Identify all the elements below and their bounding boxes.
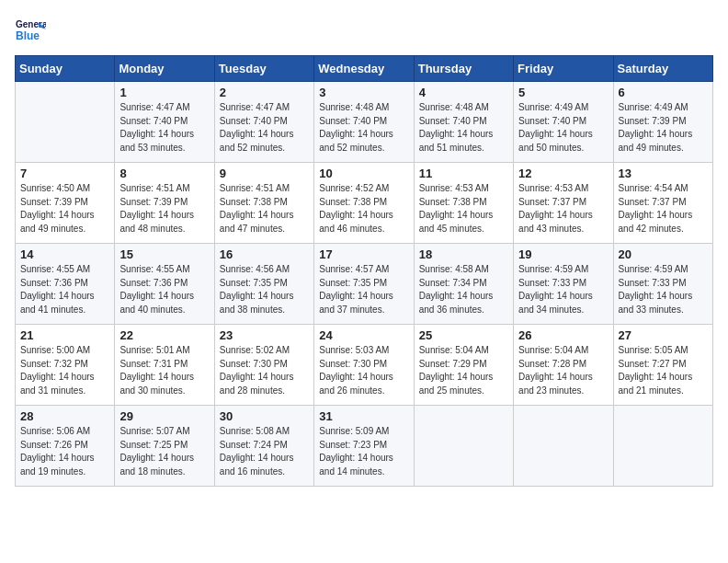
calendar-cell bbox=[514, 406, 613, 487]
calendar-cell bbox=[16, 82, 115, 163]
day-number: 20 bbox=[619, 247, 708, 261]
day-info: Sunrise: 5:09 AM Sunset: 7:23 PM Dayligh… bbox=[319, 425, 408, 478]
day-info: Sunrise: 4:57 AM Sunset: 7:35 PM Dayligh… bbox=[319, 263, 408, 316]
day-info: Sunrise: 4:58 AM Sunset: 7:34 PM Dayligh… bbox=[419, 263, 508, 316]
calendar-cell: 20Sunrise: 4:59 AM Sunset: 7:33 PM Dayli… bbox=[613, 244, 712, 325]
calendar-cell: 13Sunrise: 4:54 AM Sunset: 7:37 PM Dayli… bbox=[613, 163, 712, 244]
day-info: Sunrise: 4:51 AM Sunset: 7:38 PM Dayligh… bbox=[220, 182, 309, 236]
day-info: Sunrise: 4:59 AM Sunset: 7:33 PM Dayligh… bbox=[619, 263, 708, 316]
calendar-cell: 18Sunrise: 4:58 AM Sunset: 7:34 PM Dayli… bbox=[414, 244, 513, 325]
day-info: Sunrise: 4:50 AM Sunset: 7:39 PM Dayligh… bbox=[20, 182, 109, 236]
calendar-cell: 7Sunrise: 4:50 AM Sunset: 7:39 PM Daylig… bbox=[16, 163, 115, 244]
weekday-header-friday: Friday bbox=[514, 56, 613, 82]
day-info: Sunrise: 5:04 AM Sunset: 7:29 PM Dayligh… bbox=[419, 344, 508, 397]
day-info: Sunrise: 5:00 AM Sunset: 7:32 PM Dayligh… bbox=[20, 344, 109, 397]
calendar-cell: 17Sunrise: 4:57 AM Sunset: 7:35 PM Dayli… bbox=[314, 244, 414, 325]
calendar-cell: 26Sunrise: 5:04 AM Sunset: 7:28 PM Dayli… bbox=[514, 325, 613, 406]
day-number: 24 bbox=[319, 328, 408, 342]
day-number: 10 bbox=[319, 167, 408, 180]
day-info: Sunrise: 4:52 AM Sunset: 7:38 PM Dayligh… bbox=[319, 182, 408, 236]
weekday-header-saturday: Saturday bbox=[613, 56, 712, 82]
weekday-header-sunday: Sunday bbox=[16, 56, 115, 82]
calendar-cell: 22Sunrise: 5:01 AM Sunset: 7:31 PM Dayli… bbox=[115, 325, 214, 406]
day-info: Sunrise: 4:53 AM Sunset: 7:38 PM Dayligh… bbox=[419, 182, 508, 236]
day-info: Sunrise: 4:47 AM Sunset: 7:40 PM Dayligh… bbox=[119, 101, 209, 155]
calendar-cell bbox=[613, 406, 712, 487]
calendar-cell: 31Sunrise: 5:09 AM Sunset: 7:23 PM Dayli… bbox=[314, 406, 414, 487]
day-number: 11 bbox=[419, 167, 508, 180]
calendar-week-row: 28Sunrise: 5:06 AM Sunset: 7:26 PM Dayli… bbox=[16, 406, 713, 487]
day-number: 23 bbox=[220, 328, 309, 342]
day-info: Sunrise: 4:53 AM Sunset: 7:37 PM Dayligh… bbox=[518, 182, 608, 236]
day-number: 21 bbox=[20, 328, 109, 342]
calendar-cell: 24Sunrise: 5:03 AM Sunset: 7:30 PM Dayli… bbox=[314, 325, 414, 406]
calendar-cell: 21Sunrise: 5:00 AM Sunset: 7:32 PM Dayli… bbox=[16, 325, 115, 406]
day-number: 30 bbox=[220, 409, 309, 423]
calendar-week-row: 14Sunrise: 4:55 AM Sunset: 7:36 PM Dayli… bbox=[16, 244, 713, 325]
calendar-cell: 12Sunrise: 4:53 AM Sunset: 7:37 PM Dayli… bbox=[514, 163, 613, 244]
calendar-cell: 3Sunrise: 4:48 AM Sunset: 7:40 PM Daylig… bbox=[314, 82, 414, 163]
weekday-header-wednesday: Wednesday bbox=[314, 56, 414, 82]
day-number: 2 bbox=[220, 86, 309, 99]
calendar-cell: 30Sunrise: 5:08 AM Sunset: 7:24 PM Dayli… bbox=[214, 406, 313, 487]
day-info: Sunrise: 5:01 AM Sunset: 7:31 PM Dayligh… bbox=[119, 344, 209, 397]
day-number: 6 bbox=[619, 86, 708, 99]
calendar-cell: 29Sunrise: 5:07 AM Sunset: 7:25 PM Dayli… bbox=[115, 406, 214, 487]
calendar-week-row: 21Sunrise: 5:00 AM Sunset: 7:32 PM Dayli… bbox=[16, 325, 713, 406]
day-info: Sunrise: 4:55 AM Sunset: 7:36 PM Dayligh… bbox=[20, 263, 109, 316]
day-number: 26 bbox=[518, 328, 608, 342]
calendar-cell: 14Sunrise: 4:55 AM Sunset: 7:36 PM Dayli… bbox=[16, 244, 115, 325]
day-number: 9 bbox=[220, 167, 309, 180]
weekday-header-monday: Monday bbox=[115, 56, 214, 82]
day-number: 4 bbox=[419, 86, 508, 99]
day-info: Sunrise: 5:07 AM Sunset: 7:25 PM Dayligh… bbox=[119, 425, 209, 478]
calendar-cell: 10Sunrise: 4:52 AM Sunset: 7:38 PM Dayli… bbox=[314, 163, 414, 244]
calendar-cell: 28Sunrise: 5:06 AM Sunset: 7:26 PM Dayli… bbox=[16, 406, 115, 487]
day-number: 22 bbox=[119, 328, 209, 342]
calendar-cell: 16Sunrise: 4:56 AM Sunset: 7:35 PM Dayli… bbox=[214, 244, 313, 325]
day-number: 13 bbox=[619, 167, 708, 180]
weekday-header-thursday: Thursday bbox=[414, 56, 513, 82]
day-number: 12 bbox=[518, 167, 608, 180]
calendar-cell: 15Sunrise: 4:55 AM Sunset: 7:36 PM Dayli… bbox=[115, 244, 214, 325]
day-info: Sunrise: 4:54 AM Sunset: 7:37 PM Dayligh… bbox=[619, 182, 708, 236]
calendar-cell: 5Sunrise: 4:49 AM Sunset: 7:40 PM Daylig… bbox=[514, 82, 613, 163]
calendar-week-row: 7Sunrise: 4:50 AM Sunset: 7:39 PM Daylig… bbox=[16, 163, 713, 244]
day-info: Sunrise: 4:48 AM Sunset: 7:40 PM Dayligh… bbox=[419, 101, 508, 155]
day-number: 5 bbox=[518, 86, 608, 99]
day-number: 18 bbox=[419, 247, 508, 261]
svg-text:Blue: Blue bbox=[16, 29, 40, 42]
day-number: 14 bbox=[20, 247, 109, 261]
day-info: Sunrise: 4:49 AM Sunset: 7:39 PM Dayligh… bbox=[619, 101, 708, 155]
calendar-cell: 27Sunrise: 5:05 AM Sunset: 7:27 PM Dayli… bbox=[613, 325, 712, 406]
calendar-week-row: 1Sunrise: 4:47 AM Sunset: 7:40 PM Daylig… bbox=[16, 82, 713, 163]
day-number: 31 bbox=[319, 409, 408, 423]
day-number: 16 bbox=[220, 247, 309, 261]
day-number: 8 bbox=[119, 167, 209, 180]
calendar-cell: 6Sunrise: 4:49 AM Sunset: 7:39 PM Daylig… bbox=[613, 82, 712, 163]
day-info: Sunrise: 5:06 AM Sunset: 7:26 PM Dayligh… bbox=[20, 425, 109, 478]
calendar-cell: 2Sunrise: 4:47 AM Sunset: 7:40 PM Daylig… bbox=[214, 82, 313, 163]
day-number: 19 bbox=[518, 247, 608, 261]
day-number: 25 bbox=[419, 328, 508, 342]
page-header: General Blue bbox=[15, 15, 713, 46]
day-info: Sunrise: 4:48 AM Sunset: 7:40 PM Dayligh… bbox=[319, 101, 408, 155]
day-info: Sunrise: 5:08 AM Sunset: 7:24 PM Dayligh… bbox=[220, 425, 309, 478]
logo: General Blue bbox=[15, 15, 46, 46]
day-info: Sunrise: 4:51 AM Sunset: 7:39 PM Dayligh… bbox=[119, 182, 209, 236]
calendar-cell: 11Sunrise: 4:53 AM Sunset: 7:38 PM Dayli… bbox=[414, 163, 513, 244]
calendar-cell: 4Sunrise: 4:48 AM Sunset: 7:40 PM Daylig… bbox=[414, 82, 513, 163]
calendar-table: SundayMondayTuesdayWednesdayThursdayFrid… bbox=[15, 55, 713, 487]
day-number: 29 bbox=[119, 409, 209, 423]
day-number: 27 bbox=[619, 328, 708, 342]
day-number: 17 bbox=[319, 247, 408, 261]
calendar-cell: 25Sunrise: 5:04 AM Sunset: 7:29 PM Dayli… bbox=[414, 325, 513, 406]
day-info: Sunrise: 5:03 AM Sunset: 7:30 PM Dayligh… bbox=[319, 344, 408, 397]
day-info: Sunrise: 4:49 AM Sunset: 7:40 PM Dayligh… bbox=[518, 101, 608, 155]
day-info: Sunrise: 4:56 AM Sunset: 7:35 PM Dayligh… bbox=[220, 263, 309, 316]
svg-text:General: General bbox=[16, 19, 46, 29]
calendar-cell: 19Sunrise: 4:59 AM Sunset: 7:33 PM Dayli… bbox=[514, 244, 613, 325]
day-info: Sunrise: 4:59 AM Sunset: 7:33 PM Dayligh… bbox=[518, 263, 608, 316]
calendar-cell: 23Sunrise: 5:02 AM Sunset: 7:30 PM Dayli… bbox=[214, 325, 313, 406]
day-info: Sunrise: 5:02 AM Sunset: 7:30 PM Dayligh… bbox=[220, 344, 309, 397]
